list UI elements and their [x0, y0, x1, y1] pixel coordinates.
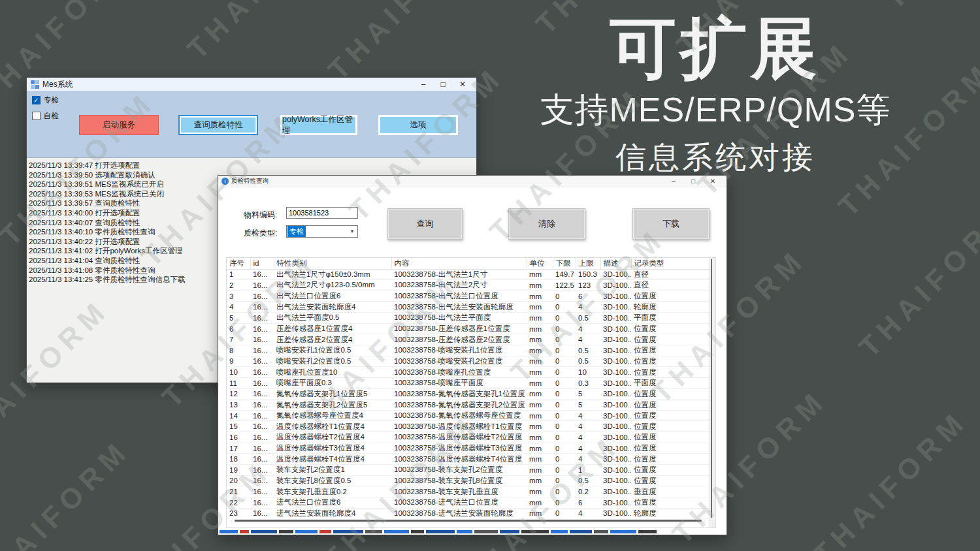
table-cell: 装车支架孔2位置度1: [274, 465, 391, 476]
table-cell: 1003238758-氮氧传感器支架孔1位置度: [391, 388, 527, 400]
minimize-icon[interactable]: –: [414, 80, 433, 89]
vertical-scrollbar-thumb[interactable]: [711, 259, 712, 518]
horizontal-scrollbar[interactable]: [229, 518, 706, 524]
checkbox-row-special[interactable]: ✓ 专检: [32, 95, 476, 105]
table-cell: 4: [227, 302, 250, 313]
table-row[interactable]: 1016...喷嘴座孔位置度101003238758-喷嘴座孔位置度mm0103…: [227, 367, 710, 378]
table-row[interactable]: 116...出气法兰1尺寸φ150±0.3mm1003238758-出气法兰1尺…: [227, 269, 710, 280]
table-cell: 0: [553, 356, 576, 367]
table-row[interactable]: 2016...装车支架孔8位置度0.51003238758-装车支架孔8位置度m…: [227, 475, 710, 486]
table-cell: 16...: [250, 497, 274, 508]
table-cell: 3D-100...: [600, 486, 631, 497]
checkbox-special-inspection[interactable]: ✓: [32, 96, 41, 104]
table-row[interactable]: 1516...温度传感器螺栓T1位置度41003238758-温度传感器螺栓T1…: [227, 421, 710, 432]
table-cell: 0.5: [576, 475, 600, 486]
table-cell: mm: [527, 486, 553, 497]
table-cell: mm: [527, 421, 553, 432]
table-cell: 1003238758-出气法兰平面度: [391, 313, 527, 324]
column-header[interactable]: 下限: [553, 258, 576, 269]
table-row[interactable]: 2216...进气法兰口位置度61003238758-进气法兰口位置度mm063…: [227, 497, 710, 508]
table-row[interactable]: 1216...氮氧传感器支架孔1位置度51003238758-氮氧传感器支架孔1…: [227, 388, 710, 400]
chevron-down-icon: ▼: [350, 228, 355, 234]
table-cell: 19: [227, 465, 250, 476]
table-row[interactable]: 1816...温度传感器螺栓T4位置度41003238758-温度传感器螺栓T4…: [227, 454, 710, 465]
column-header[interactable]: 特性类别: [274, 258, 391, 269]
table-cell: 1003238758-喷嘴座孔位置度: [391, 367, 527, 378]
column-header[interactable]: 上限: [576, 258, 600, 269]
clear-button[interactable]: 清除: [508, 208, 585, 240]
close-icon[interactable]: ✕: [703, 178, 723, 185]
table-row[interactable]: 1716...温度传感器螺栓T3位置度41003238758-温度传感器螺栓T3…: [227, 443, 710, 454]
background-taskbar-peek: [220, 530, 681, 533]
table-row[interactable]: 1116...喷嘴座平面度0.31003238758-喷嘴座平面度mm00.33…: [227, 377, 710, 388]
table-row[interactable]: 2116...装车支架孔垂直度0.21003238758-装车支架孔垂直度mm0…: [227, 486, 710, 497]
table-cell: 4: [576, 454, 600, 465]
table-cell: 4: [576, 334, 600, 345]
table-cell: 0: [553, 508, 576, 519]
table-cell: 0: [553, 377, 576, 388]
query-qc-button[interactable]: 查询质检特性: [178, 115, 258, 135]
table-cell: 1003238758-温度传感器螺栓T3位置度: [391, 443, 527, 454]
options-button[interactable]: 选项: [378, 115, 458, 135]
table-row[interactable]: 1616...温度传感器螺栓T2位置度41003238758-温度传感器螺栓T2…: [227, 432, 710, 443]
material-code-label: 物料编码:: [244, 210, 277, 221]
table-cell: 1003238758-出气法兰2尺寸: [391, 280, 527, 291]
table-cell: 1003238758-装车支架孔垂直度: [391, 486, 527, 497]
column-header[interactable]: 描述: [600, 258, 631, 269]
column-header[interactable]: 内容: [391, 258, 527, 269]
table-row[interactable]: 2316...进气法兰安装面轮廓度41003238758-进气法兰安装面轮廓度m…: [227, 508, 710, 519]
table-cell: 出气法兰平面度0.5: [274, 313, 391, 324]
horizontal-scrollbar-thumb[interactable]: [235, 520, 702, 522]
material-code-input[interactable]: [286, 207, 358, 219]
table-cell: 149.7: [553, 269, 576, 280]
table-cell: 1: [576, 465, 600, 476]
page-subtitle-line1: 支持MES/ERP/QMS等: [516, 87, 915, 133]
table-row[interactable]: 216...出气法兰2尺寸φ123-0.5/0mm1003238758-出气法兰…: [227, 280, 710, 291]
table-row[interactable]: 1916...装车支架孔2位置度11003238758-装车支架孔2位置度mm0…: [227, 465, 710, 476]
table-cell: 16...: [250, 400, 274, 411]
table-cell: 氮氧传感器支架孔2位置度5: [274, 400, 391, 411]
column-header[interactable]: id: [250, 258, 274, 269]
table-cell: 直径: [631, 269, 710, 280]
table-cell: 16: [227, 432, 250, 443]
close-icon[interactable]: ✕: [453, 80, 472, 89]
checkbox-label: 专检: [44, 95, 59, 105]
table-row[interactable]: 416...出气法兰安装面轮廓度41003238758-出气法兰安装面轮廓度mm…: [227, 302, 710, 313]
query-button[interactable]: 查询: [387, 208, 463, 240]
column-header[interactable]: 记录类型: [631, 258, 710, 269]
table-cell: 3D-100...: [600, 280, 631, 291]
table-cell: 16...: [250, 475, 274, 486]
qc-app-icon: i: [221, 178, 229, 185]
table-cell: mm: [527, 269, 553, 280]
download-button[interactable]: 下载: [632, 208, 710, 240]
table-row[interactable]: 616...压差传感器座1位置度41003238758-压差传感器座1位置度mm…: [227, 323, 710, 334]
table-cell: mm: [527, 334, 553, 345]
mes-app-icon: [31, 80, 39, 89]
table-cell: 3D-100...: [600, 269, 631, 280]
table-row[interactable]: 716...压差传感器座2位置度41003238758-压差传感器座2位置度mm…: [227, 334, 710, 345]
table-cell: 16...: [250, 367, 274, 378]
table-cell: 轮廓度: [631, 508, 710, 519]
table-row[interactable]: 1416...氮氧传感器螺母座位置度41003238758-氮氧传感器螺母座位置…: [227, 410, 710, 421]
column-header[interactable]: 序号: [227, 258, 250, 269]
column-header[interactable]: 单位: [527, 258, 553, 269]
table-cell: 16...: [250, 410, 274, 421]
table-cell: 5: [576, 400, 600, 411]
vertical-scrollbar[interactable]: [710, 258, 715, 527]
qc-type-combobox[interactable]: 专检 ▼: [286, 225, 358, 238]
maximize-icon[interactable]: □: [433, 80, 453, 89]
table-cell: 压差传感器座1位置度4: [274, 323, 391, 334]
table-cell: 出气法兰口位置度6: [274, 291, 391, 302]
table-row[interactable]: 516...出气法兰平面度0.51003238758-出气法兰平面度mm00.5…: [227, 313, 710, 324]
start-service-button[interactable]: 启动服务: [79, 115, 159, 135]
maximize-icon[interactable]: □: [683, 178, 703, 185]
table-row[interactable]: 316...出气法兰口位置度61003238758-出气法兰口位置度mm063D…: [227, 291, 710, 302]
minimize-icon[interactable]: –: [664, 178, 683, 185]
table-cell: 3D-100...: [600, 432, 631, 443]
table-row[interactable]: 916...喷嘴安装孔2位置度0.51003238758-喷嘴安装孔2位置度mm…: [227, 356, 710, 367]
table-cell: 3D-100...: [600, 508, 631, 519]
table-row[interactable]: 1316...氮氧传感器支架孔2位置度51003238758-氮氧传感器支架孔2…: [227, 400, 710, 411]
table-row[interactable]: 816...喷嘴安装孔1位置度0.51003238758-喷嘴安装孔1位置度mm…: [227, 345, 710, 356]
polyworks-button[interactable]: polyWorks工作区管理: [280, 115, 357, 135]
table-cell: 3: [227, 291, 250, 302]
